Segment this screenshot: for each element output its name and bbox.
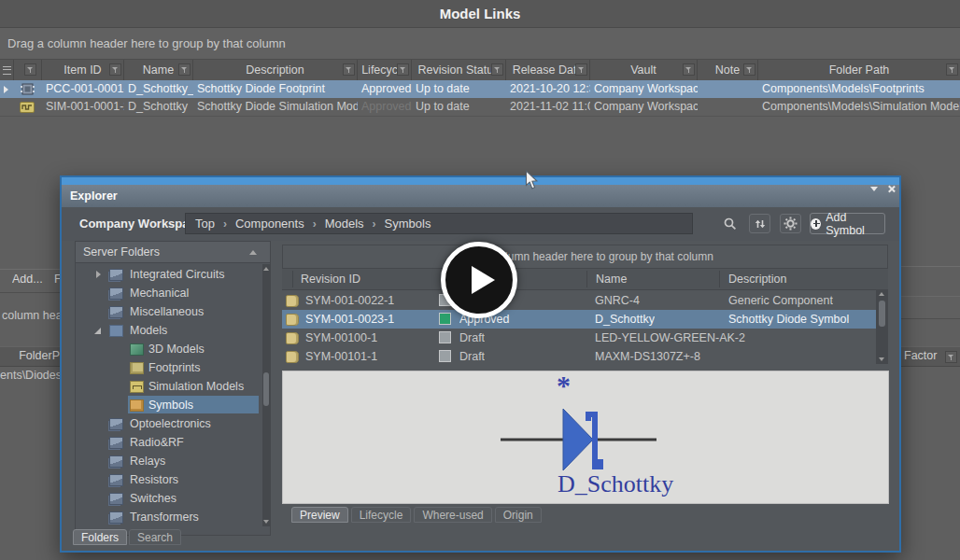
tree-item-resistors[interactable]: Resistors (76, 470, 259, 489)
scrollbar-thumb[interactable] (879, 301, 885, 327)
divider (0, 292, 60, 293)
divider (586, 271, 587, 287)
filter-icon[interactable] (946, 63, 958, 76)
collapse-icon[interactable] (94, 328, 101, 334)
table-row[interactable]: PCC-001-0001-1 D_Schottky_N Schottky Dio… (0, 80, 960, 98)
gear-icon (784, 217, 798, 231)
component-folder-icon (109, 287, 123, 300)
dialog-titlebar[interactable]: Explorer (62, 185, 899, 207)
tree-scrollbar[interactable] (262, 264, 270, 526)
list-item[interactable]: SYM-001-0023-1 Approved D_Schottky Schot… (282, 310, 876, 329)
tab-origin[interactable]: Origin (495, 507, 542, 523)
refresh-button[interactable] (749, 214, 770, 233)
column-header-release-date[interactable]: Release Date (506, 60, 590, 80)
video-play-button[interactable] (441, 242, 517, 318)
tree-item-relays[interactable]: Relays (76, 452, 259, 470)
scroll-up-icon[interactable] (263, 267, 269, 271)
tree-item-miscellaneous[interactable]: Miscellaneous (76, 302, 259, 321)
preview-tabs: Preview Lifecycle Where-used Origin (291, 507, 542, 523)
filter-icon[interactable] (945, 351, 957, 363)
tree-item-transformers[interactable]: Transformers (76, 508, 259, 526)
breadcrumb-item-top[interactable]: Top (195, 217, 215, 231)
breadcrumb-item-components[interactable]: Components (235, 217, 304, 231)
divider (719, 271, 720, 287)
filter-icon[interactable] (24, 63, 36, 76)
cell-name: D_Schottky_N (124, 80, 193, 98)
column-header-revision-status[interactable]: Revision Status (412, 60, 506, 80)
cell-note (698, 80, 758, 98)
column-header-name[interactable]: Name (596, 269, 627, 289)
column-label: Note (715, 63, 740, 77)
tab-where-used[interactable]: Where-used (414, 507, 491, 523)
filter-icon[interactable] (109, 63, 121, 76)
list-item[interactable]: SYM-00101-1 Draft MAXM-DS1307Z+-8 (282, 347, 876, 366)
add-button[interactable]: Add... (12, 273, 49, 286)
expand-icon[interactable] (96, 271, 101, 278)
breadcrumb-separator-icon: › (223, 217, 227, 231)
search-button[interactable] (723, 217, 738, 235)
folder-path-header-fragment[interactable]: FolderP (0, 346, 60, 367)
scrollbar-thumb[interactable] (263, 372, 269, 406)
filter-icon[interactable] (491, 63, 503, 76)
tree-item-simulation-models[interactable]: Simulation Models (76, 377, 259, 396)
scroll-down-icon[interactable] (263, 520, 269, 524)
tab-preview[interactable]: Preview (291, 507, 348, 523)
tab-lifecycle[interactable]: Lifecycle (351, 507, 412, 523)
breadcrumb-item-models[interactable]: Models (325, 217, 364, 231)
tree-header[interactable]: Server Folders (76, 242, 270, 263)
column-header-folder-path[interactable]: Folder Path (758, 60, 960, 80)
filter-icon[interactable] (575, 63, 587, 76)
tree-item-label: Simulation Models (148, 380, 244, 393)
filter-icon[interactable] (343, 63, 355, 76)
group-by-bar[interactable]: Drag a column header here to group by th… (0, 28, 960, 60)
list-item[interactable]: SYM-00100-1 Draft LED-YELLOW-GREEN-AK-2 (282, 329, 876, 347)
tab-search[interactable]: Search (129, 529, 181, 545)
list-group-by-bar[interactable]: Drag a column header here to group by th… (282, 245, 888, 269)
tree-item-mechanical[interactable]: Mechanical (76, 284, 259, 302)
filter-icon[interactable] (743, 63, 755, 76)
cell-revision-id: SYM-00101-1 (305, 350, 377, 363)
column-header-note[interactable]: Note (698, 60, 758, 80)
lifecycle-state-box (439, 350, 451, 362)
column-header-name[interactable]: Name (124, 60, 193, 80)
column-header-revision-id[interactable]: Revision ID (301, 269, 360, 289)
tree-item-3d-models[interactable]: 3D Models (76, 340, 259, 358)
filter-icon[interactable] (178, 63, 191, 76)
dialog-top-accent[interactable] (62, 177, 899, 185)
lifecycle-state-box (439, 313, 451, 325)
breadcrumb-item-symbols[interactable]: Symbols (385, 217, 431, 231)
column-header-type[interactable] (14, 60, 42, 80)
settings-button[interactable] (780, 214, 801, 233)
column-header-description[interactable]: Description (193, 60, 358, 80)
list-item[interactable]: SYM-001-0022-1 GNRC-4 Generic Component (282, 291, 876, 310)
scroll-down-icon[interactable] (879, 357, 884, 361)
column-label: Folder Path (829, 63, 890, 77)
filter-icon[interactable] (683, 63, 695, 76)
column-header-description[interactable]: Description (728, 269, 787, 289)
add-symbol-button[interactable]: Add Symbol (810, 213, 885, 234)
scroll-up-icon[interactable] (879, 292, 884, 296)
dialog-menu-button[interactable] (868, 183, 881, 195)
tree-item-radio-rf[interactable]: Radio&RF (76, 433, 259, 452)
cell-revision-status: Up to date (412, 98, 506, 116)
table-row[interactable]: SIM-001-0001-2 D_Schottky Schottky Diode… (0, 98, 960, 117)
current-row-marker-icon (4, 86, 8, 93)
column-header-item-id[interactable]: Item ID (42, 60, 124, 80)
factor-header-fragment[interactable]: Factor (901, 346, 960, 367)
column-header-vault[interactable]: Vault (590, 60, 698, 80)
tree-item-optoelectronics[interactable]: Optoelectronics (76, 414, 259, 433)
tree-item-switches[interactable]: Switches (76, 489, 259, 508)
page-title: Model Links (440, 6, 521, 21)
tree-item-integrated-circuits[interactable]: Integrated Circuits (76, 265, 259, 284)
tree-item-symbols[interactable]: Symbols (76, 396, 259, 414)
tab-label: Search (137, 531, 173, 544)
tree-item-footprints[interactable]: Footprints (76, 358, 259, 377)
3d-models-icon (130, 343, 144, 356)
tree-item-models[interactable]: Models (76, 321, 259, 340)
column-header-menu[interactable] (0, 60, 14, 80)
dialog-close-button[interactable] (884, 183, 897, 195)
filter-icon[interactable] (397, 63, 409, 76)
list-scrollbar[interactable] (876, 289, 888, 364)
tab-folders[interactable]: Folders (73, 529, 127, 545)
column-header-lifecycle[interactable]: Lifecycle (358, 60, 412, 80)
